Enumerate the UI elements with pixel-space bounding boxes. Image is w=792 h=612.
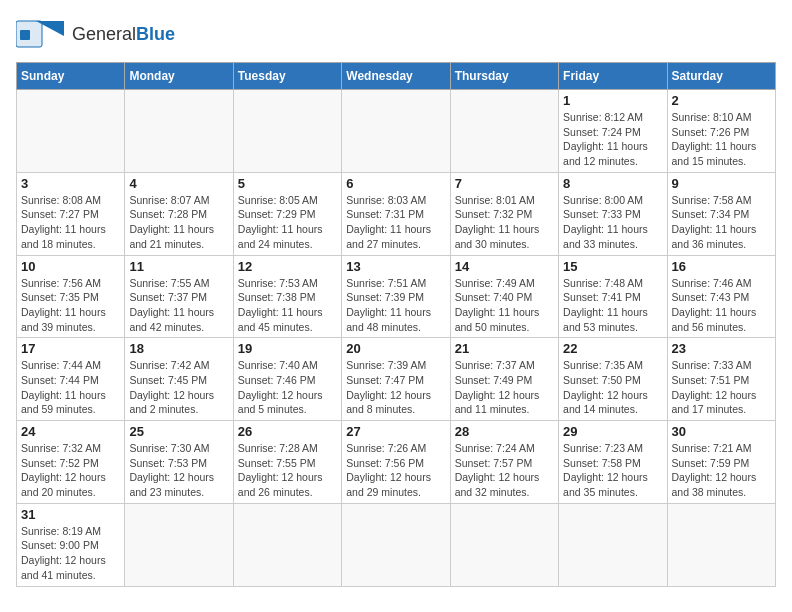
day-number: 15	[563, 259, 662, 274]
day-detail: Sunrise: 8:19 AM Sunset: 9:00 PM Dayligh…	[21, 524, 120, 583]
calendar-cell: 30Sunrise: 7:21 AM Sunset: 7:59 PM Dayli…	[667, 421, 775, 504]
day-detail: Sunrise: 7:55 AM Sunset: 7:37 PM Dayligh…	[129, 276, 228, 335]
calendar-cell: 20Sunrise: 7:39 AM Sunset: 7:47 PM Dayli…	[342, 338, 450, 421]
day-number: 23	[672, 341, 771, 356]
calendar-week-row: 17Sunrise: 7:44 AM Sunset: 7:44 PM Dayli…	[17, 338, 776, 421]
calendar-cell: 17Sunrise: 7:44 AM Sunset: 7:44 PM Dayli…	[17, 338, 125, 421]
calendar-cell: 21Sunrise: 7:37 AM Sunset: 7:49 PM Dayli…	[450, 338, 558, 421]
day-detail: Sunrise: 7:56 AM Sunset: 7:35 PM Dayligh…	[21, 276, 120, 335]
day-detail: Sunrise: 8:05 AM Sunset: 7:29 PM Dayligh…	[238, 193, 337, 252]
calendar-cell: 12Sunrise: 7:53 AM Sunset: 7:38 PM Dayli…	[233, 255, 341, 338]
weekday-header-monday: Monday	[125, 63, 233, 90]
calendar-cell: 31Sunrise: 8:19 AM Sunset: 9:00 PM Dayli…	[17, 503, 125, 586]
calendar-cell	[233, 90, 341, 173]
calendar-week-row: 1Sunrise: 8:12 AM Sunset: 7:24 PM Daylig…	[17, 90, 776, 173]
calendar-cell: 1Sunrise: 8:12 AM Sunset: 7:24 PM Daylig…	[559, 90, 667, 173]
day-number: 25	[129, 424, 228, 439]
day-detail: Sunrise: 7:46 AM Sunset: 7:43 PM Dayligh…	[672, 276, 771, 335]
calendar-week-row: 24Sunrise: 7:32 AM Sunset: 7:52 PM Dayli…	[17, 421, 776, 504]
day-number: 2	[672, 93, 771, 108]
day-number: 12	[238, 259, 337, 274]
day-detail: Sunrise: 7:23 AM Sunset: 7:58 PM Dayligh…	[563, 441, 662, 500]
calendar-table: SundayMondayTuesdayWednesdayThursdayFrid…	[16, 62, 776, 587]
day-number: 7	[455, 176, 554, 191]
day-number: 6	[346, 176, 445, 191]
day-detail: Sunrise: 7:58 AM Sunset: 7:34 PM Dayligh…	[672, 193, 771, 252]
day-number: 5	[238, 176, 337, 191]
day-number: 30	[672, 424, 771, 439]
calendar-week-row: 10Sunrise: 7:56 AM Sunset: 7:35 PM Dayli…	[17, 255, 776, 338]
day-detail: Sunrise: 7:48 AM Sunset: 7:41 PM Dayligh…	[563, 276, 662, 335]
calendar-cell	[125, 503, 233, 586]
logo: GeneralBlue	[16, 16, 175, 52]
day-number: 13	[346, 259, 445, 274]
day-number: 26	[238, 424, 337, 439]
day-detail: Sunrise: 7:49 AM Sunset: 7:40 PM Dayligh…	[455, 276, 554, 335]
day-detail: Sunrise: 8:07 AM Sunset: 7:28 PM Dayligh…	[129, 193, 228, 252]
day-number: 19	[238, 341, 337, 356]
day-number: 29	[563, 424, 662, 439]
day-detail: Sunrise: 7:33 AM Sunset: 7:51 PM Dayligh…	[672, 358, 771, 417]
calendar-cell: 28Sunrise: 7:24 AM Sunset: 7:57 PM Dayli…	[450, 421, 558, 504]
day-detail: Sunrise: 7:51 AM Sunset: 7:39 PM Dayligh…	[346, 276, 445, 335]
calendar-cell: 9Sunrise: 7:58 AM Sunset: 7:34 PM Daylig…	[667, 172, 775, 255]
day-number: 1	[563, 93, 662, 108]
day-detail: Sunrise: 7:44 AM Sunset: 7:44 PM Dayligh…	[21, 358, 120, 417]
calendar-cell	[342, 503, 450, 586]
day-number: 9	[672, 176, 771, 191]
calendar-cell	[342, 90, 450, 173]
day-number: 28	[455, 424, 554, 439]
day-number: 31	[21, 507, 120, 522]
calendar-cell: 16Sunrise: 7:46 AM Sunset: 7:43 PM Dayli…	[667, 255, 775, 338]
calendar-cell: 7Sunrise: 8:01 AM Sunset: 7:32 PM Daylig…	[450, 172, 558, 255]
day-detail: Sunrise: 7:35 AM Sunset: 7:50 PM Dayligh…	[563, 358, 662, 417]
weekday-header-tuesday: Tuesday	[233, 63, 341, 90]
day-number: 14	[455, 259, 554, 274]
calendar-cell: 5Sunrise: 8:05 AM Sunset: 7:29 PM Daylig…	[233, 172, 341, 255]
calendar-week-row: 3Sunrise: 8:08 AM Sunset: 7:27 PM Daylig…	[17, 172, 776, 255]
day-detail: Sunrise: 7:37 AM Sunset: 7:49 PM Dayligh…	[455, 358, 554, 417]
day-detail: Sunrise: 8:01 AM Sunset: 7:32 PM Dayligh…	[455, 193, 554, 252]
calendar-cell: 22Sunrise: 7:35 AM Sunset: 7:50 PM Dayli…	[559, 338, 667, 421]
calendar-cell	[17, 90, 125, 173]
day-detail: Sunrise: 7:26 AM Sunset: 7:56 PM Dayligh…	[346, 441, 445, 500]
day-detail: Sunrise: 8:12 AM Sunset: 7:24 PM Dayligh…	[563, 110, 662, 169]
weekday-header-thursday: Thursday	[450, 63, 558, 90]
calendar-cell: 19Sunrise: 7:40 AM Sunset: 7:46 PM Dayli…	[233, 338, 341, 421]
day-detail: Sunrise: 7:42 AM Sunset: 7:45 PM Dayligh…	[129, 358, 228, 417]
calendar-cell: 29Sunrise: 7:23 AM Sunset: 7:58 PM Dayli…	[559, 421, 667, 504]
svg-rect-2	[20, 30, 30, 40]
header: GeneralBlue	[16, 16, 776, 52]
calendar-cell	[559, 503, 667, 586]
day-detail: Sunrise: 7:40 AM Sunset: 7:46 PM Dayligh…	[238, 358, 337, 417]
day-number: 27	[346, 424, 445, 439]
calendar-cell: 6Sunrise: 8:03 AM Sunset: 7:31 PM Daylig…	[342, 172, 450, 255]
day-number: 3	[21, 176, 120, 191]
day-number: 4	[129, 176, 228, 191]
day-detail: Sunrise: 8:03 AM Sunset: 7:31 PM Dayligh…	[346, 193, 445, 252]
calendar-cell: 11Sunrise: 7:55 AM Sunset: 7:37 PM Dayli…	[125, 255, 233, 338]
calendar-cell: 2Sunrise: 8:10 AM Sunset: 7:26 PM Daylig…	[667, 90, 775, 173]
weekday-header-saturday: Saturday	[667, 63, 775, 90]
day-number: 8	[563, 176, 662, 191]
calendar-week-row: 31Sunrise: 8:19 AM Sunset: 9:00 PM Dayli…	[17, 503, 776, 586]
calendar-cell: 25Sunrise: 7:30 AM Sunset: 7:53 PM Dayli…	[125, 421, 233, 504]
day-detail: Sunrise: 7:24 AM Sunset: 7:57 PM Dayligh…	[455, 441, 554, 500]
calendar-cell: 18Sunrise: 7:42 AM Sunset: 7:45 PM Dayli…	[125, 338, 233, 421]
day-number: 18	[129, 341, 228, 356]
day-number: 17	[21, 341, 120, 356]
calendar-cell: 10Sunrise: 7:56 AM Sunset: 7:35 PM Dayli…	[17, 255, 125, 338]
day-number: 24	[21, 424, 120, 439]
day-detail: Sunrise: 8:08 AM Sunset: 7:27 PM Dayligh…	[21, 193, 120, 252]
calendar-cell: 8Sunrise: 8:00 AM Sunset: 7:33 PM Daylig…	[559, 172, 667, 255]
calendar-cell	[125, 90, 233, 173]
weekday-header-friday: Friday	[559, 63, 667, 90]
weekday-header-sunday: Sunday	[17, 63, 125, 90]
calendar-cell: 24Sunrise: 7:32 AM Sunset: 7:52 PM Dayli…	[17, 421, 125, 504]
weekday-header-row: SundayMondayTuesdayWednesdayThursdayFrid…	[17, 63, 776, 90]
calendar-cell: 23Sunrise: 7:33 AM Sunset: 7:51 PM Dayli…	[667, 338, 775, 421]
calendar-cell: 26Sunrise: 7:28 AM Sunset: 7:55 PM Dayli…	[233, 421, 341, 504]
weekday-header-wednesday: Wednesday	[342, 63, 450, 90]
calendar-cell: 14Sunrise: 7:49 AM Sunset: 7:40 PM Dayli…	[450, 255, 558, 338]
calendar-cell: 3Sunrise: 8:08 AM Sunset: 7:27 PM Daylig…	[17, 172, 125, 255]
